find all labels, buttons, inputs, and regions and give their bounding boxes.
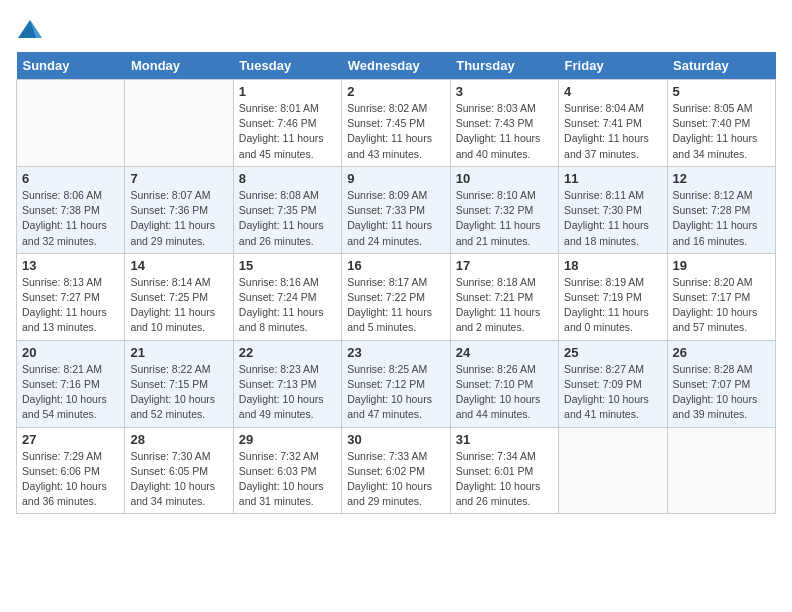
calendar-cell: 4Sunrise: 8:04 AMSunset: 7:41 PMDaylight… — [559, 80, 667, 167]
calendar-cell: 12Sunrise: 8:12 AMSunset: 7:28 PMDayligh… — [667, 166, 775, 253]
day-detail: Sunrise: 7:30 AMSunset: 6:05 PMDaylight:… — [130, 449, 227, 510]
day-number: 6 — [22, 171, 119, 186]
calendar-cell: 22Sunrise: 8:23 AMSunset: 7:13 PMDayligh… — [233, 340, 341, 427]
day-detail: Sunrise: 8:20 AMSunset: 7:17 PMDaylight:… — [673, 275, 770, 336]
day-number: 21 — [130, 345, 227, 360]
day-detail: Sunrise: 7:29 AMSunset: 6:06 PMDaylight:… — [22, 449, 119, 510]
day-number: 3 — [456, 84, 553, 99]
calendar-cell: 15Sunrise: 8:16 AMSunset: 7:24 PMDayligh… — [233, 253, 341, 340]
calendar-cell: 27Sunrise: 7:29 AMSunset: 6:06 PMDayligh… — [17, 427, 125, 514]
calendar-cell: 11Sunrise: 8:11 AMSunset: 7:30 PMDayligh… — [559, 166, 667, 253]
calendar-cell: 20Sunrise: 8:21 AMSunset: 7:16 PMDayligh… — [17, 340, 125, 427]
day-detail: Sunrise: 8:08 AMSunset: 7:35 PMDaylight:… — [239, 188, 336, 249]
calendar-cell: 24Sunrise: 8:26 AMSunset: 7:10 PMDayligh… — [450, 340, 558, 427]
calendar-cell — [667, 427, 775, 514]
day-number: 14 — [130, 258, 227, 273]
day-number: 2 — [347, 84, 444, 99]
day-number: 18 — [564, 258, 661, 273]
calendar-cell: 13Sunrise: 8:13 AMSunset: 7:27 PMDayligh… — [17, 253, 125, 340]
day-number: 8 — [239, 171, 336, 186]
day-number: 7 — [130, 171, 227, 186]
day-number: 28 — [130, 432, 227, 447]
day-number: 27 — [22, 432, 119, 447]
col-header-wednesday: Wednesday — [342, 52, 450, 80]
calendar-cell: 3Sunrise: 8:03 AMSunset: 7:43 PMDaylight… — [450, 80, 558, 167]
calendar-cell: 25Sunrise: 8:27 AMSunset: 7:09 PMDayligh… — [559, 340, 667, 427]
day-detail: Sunrise: 8:17 AMSunset: 7:22 PMDaylight:… — [347, 275, 444, 336]
day-number: 24 — [456, 345, 553, 360]
col-header-friday: Friday — [559, 52, 667, 80]
day-number: 17 — [456, 258, 553, 273]
day-number: 19 — [673, 258, 770, 273]
day-number: 12 — [673, 171, 770, 186]
calendar-cell: 2Sunrise: 8:02 AMSunset: 7:45 PMDaylight… — [342, 80, 450, 167]
calendar-cell: 8Sunrise: 8:08 AMSunset: 7:35 PMDaylight… — [233, 166, 341, 253]
day-detail: Sunrise: 8:01 AMSunset: 7:46 PMDaylight:… — [239, 101, 336, 162]
day-detail: Sunrise: 8:02 AMSunset: 7:45 PMDaylight:… — [347, 101, 444, 162]
day-detail: Sunrise: 8:10 AMSunset: 7:32 PMDaylight:… — [456, 188, 553, 249]
calendar-cell — [125, 80, 233, 167]
day-detail: Sunrise: 8:25 AMSunset: 7:12 PMDaylight:… — [347, 362, 444, 423]
calendar-cell: 14Sunrise: 8:14 AMSunset: 7:25 PMDayligh… — [125, 253, 233, 340]
day-number: 20 — [22, 345, 119, 360]
calendar-cell: 23Sunrise: 8:25 AMSunset: 7:12 PMDayligh… — [342, 340, 450, 427]
day-detail: Sunrise: 8:11 AMSunset: 7:30 PMDaylight:… — [564, 188, 661, 249]
day-detail: Sunrise: 8:03 AMSunset: 7:43 PMDaylight:… — [456, 101, 553, 162]
day-detail: Sunrise: 8:16 AMSunset: 7:24 PMDaylight:… — [239, 275, 336, 336]
calendar-cell: 6Sunrise: 8:06 AMSunset: 7:38 PMDaylight… — [17, 166, 125, 253]
day-detail: Sunrise: 8:13 AMSunset: 7:27 PMDaylight:… — [22, 275, 119, 336]
day-number: 30 — [347, 432, 444, 447]
col-header-tuesday: Tuesday — [233, 52, 341, 80]
day-detail: Sunrise: 8:26 AMSunset: 7:10 PMDaylight:… — [456, 362, 553, 423]
day-number: 11 — [564, 171, 661, 186]
day-detail: Sunrise: 8:09 AMSunset: 7:33 PMDaylight:… — [347, 188, 444, 249]
calendar-week-5: 27Sunrise: 7:29 AMSunset: 6:06 PMDayligh… — [17, 427, 776, 514]
col-header-sunday: Sunday — [17, 52, 125, 80]
calendar-cell: 10Sunrise: 8:10 AMSunset: 7:32 PMDayligh… — [450, 166, 558, 253]
day-number: 9 — [347, 171, 444, 186]
calendar-week-3: 13Sunrise: 8:13 AMSunset: 7:27 PMDayligh… — [17, 253, 776, 340]
calendar-table: SundayMondayTuesdayWednesdayThursdayFrid… — [16, 52, 776, 514]
col-header-saturday: Saturday — [667, 52, 775, 80]
day-number: 4 — [564, 84, 661, 99]
calendar-cell — [559, 427, 667, 514]
day-number: 29 — [239, 432, 336, 447]
calendar-cell: 16Sunrise: 8:17 AMSunset: 7:22 PMDayligh… — [342, 253, 450, 340]
day-detail: Sunrise: 8:12 AMSunset: 7:28 PMDaylight:… — [673, 188, 770, 249]
day-detail: Sunrise: 8:18 AMSunset: 7:21 PMDaylight:… — [456, 275, 553, 336]
day-detail: Sunrise: 8:21 AMSunset: 7:16 PMDaylight:… — [22, 362, 119, 423]
logo — [16, 16, 46, 44]
day-detail: Sunrise: 8:22 AMSunset: 7:15 PMDaylight:… — [130, 362, 227, 423]
day-detail: Sunrise: 8:07 AMSunset: 7:36 PMDaylight:… — [130, 188, 227, 249]
calendar-cell: 9Sunrise: 8:09 AMSunset: 7:33 PMDaylight… — [342, 166, 450, 253]
header-row: SundayMondayTuesdayWednesdayThursdayFrid… — [17, 52, 776, 80]
calendar-cell — [17, 80, 125, 167]
day-detail: Sunrise: 8:04 AMSunset: 7:41 PMDaylight:… — [564, 101, 661, 162]
calendar-cell: 26Sunrise: 8:28 AMSunset: 7:07 PMDayligh… — [667, 340, 775, 427]
day-detail: Sunrise: 8:06 AMSunset: 7:38 PMDaylight:… — [22, 188, 119, 249]
logo-icon — [16, 16, 44, 44]
calendar-cell: 19Sunrise: 8:20 AMSunset: 7:17 PMDayligh… — [667, 253, 775, 340]
day-detail: Sunrise: 8:19 AMSunset: 7:19 PMDaylight:… — [564, 275, 661, 336]
calendar-cell: 31Sunrise: 7:34 AMSunset: 6:01 PMDayligh… — [450, 427, 558, 514]
day-detail: Sunrise: 8:05 AMSunset: 7:40 PMDaylight:… — [673, 101, 770, 162]
day-number: 25 — [564, 345, 661, 360]
day-detail: Sunrise: 7:32 AMSunset: 6:03 PMDaylight:… — [239, 449, 336, 510]
day-number: 10 — [456, 171, 553, 186]
page-header — [16, 16, 776, 44]
calendar-cell: 1Sunrise: 8:01 AMSunset: 7:46 PMDaylight… — [233, 80, 341, 167]
day-detail: Sunrise: 8:28 AMSunset: 7:07 PMDaylight:… — [673, 362, 770, 423]
day-number: 1 — [239, 84, 336, 99]
day-number: 5 — [673, 84, 770, 99]
day-detail: Sunrise: 8:23 AMSunset: 7:13 PMDaylight:… — [239, 362, 336, 423]
day-number: 23 — [347, 345, 444, 360]
day-number: 26 — [673, 345, 770, 360]
day-number: 31 — [456, 432, 553, 447]
day-detail: Sunrise: 8:27 AMSunset: 7:09 PMDaylight:… — [564, 362, 661, 423]
calendar-cell: 30Sunrise: 7:33 AMSunset: 6:02 PMDayligh… — [342, 427, 450, 514]
col-header-thursday: Thursday — [450, 52, 558, 80]
day-number: 16 — [347, 258, 444, 273]
calendar-cell: 18Sunrise: 8:19 AMSunset: 7:19 PMDayligh… — [559, 253, 667, 340]
calendar-cell: 17Sunrise: 8:18 AMSunset: 7:21 PMDayligh… — [450, 253, 558, 340]
day-detail: Sunrise: 7:33 AMSunset: 6:02 PMDaylight:… — [347, 449, 444, 510]
